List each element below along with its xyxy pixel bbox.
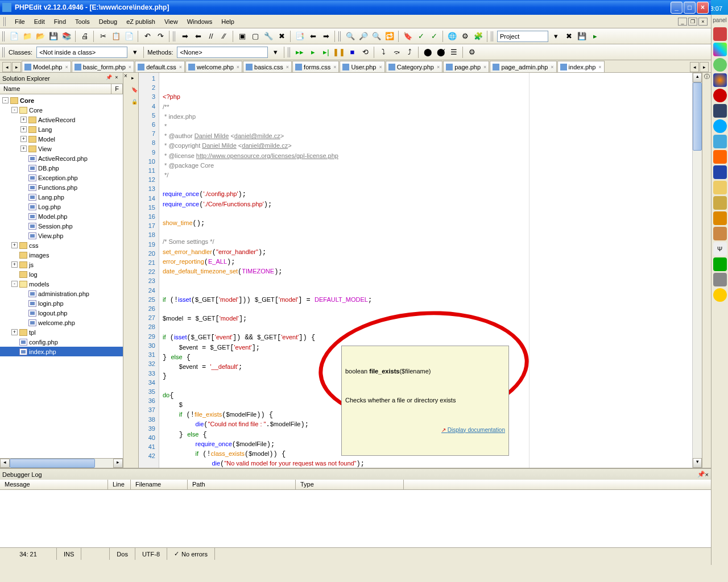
tree-node[interactable]: images: [0, 250, 123, 260]
breakpoint-button[interactable]: ⬤: [422, 47, 433, 58]
tree-node[interactable]: Exception.php: [0, 173, 123, 182]
find-button[interactable]: 🔍: [345, 31, 356, 42]
adobe-reader-icon[interactable]: [713, 27, 727, 41]
step-over-button[interactable]: ⤼: [391, 47, 402, 58]
save-all-button[interactable]: 📚: [61, 31, 72, 42]
tree-node[interactable]: index.php: [0, 347, 123, 356]
solution-tree[interactable]: -Core-Core+ActiveRecord+Lang+Model+ViewA…: [0, 94, 123, 458]
replace-button[interactable]: 🔁: [384, 31, 395, 42]
tree-node[interactable]: +tpl: [0, 327, 123, 337]
column-f[interactable]: F: [111, 84, 123, 94]
debug-col-path[interactable]: Path: [188, 480, 296, 489]
project-close-button[interactable]: ✖: [563, 31, 574, 42]
dev-icon[interactable]: [713, 273, 727, 286]
toolbar-grip[interactable]: [173, 31, 176, 41]
ie-icon[interactable]: [713, 135, 727, 148]
paste-button[interactable]: 📄: [123, 31, 135, 42]
validate2-button[interactable]: ✓: [428, 31, 440, 42]
tab-close-icon[interactable]: ×: [65, 64, 68, 70]
menu-find[interactable]: Find: [49, 16, 71, 27]
tree-node[interactable]: +Model: [0, 134, 123, 144]
debugger-body[interactable]: [0, 490, 711, 547]
tree-node[interactable]: +css: [0, 240, 123, 250]
tree-node[interactable]: Model.php: [0, 211, 123, 221]
save-button[interactable]: 💾: [48, 31, 59, 42]
outdent-button[interactable]: ⬅: [192, 31, 204, 42]
hscroll-thumb[interactable]: [10, 459, 95, 468]
copy-plus-button[interactable]: 📑: [294, 31, 305, 42]
refresh-icon[interactable]: [713, 227, 727, 240]
menu-tools[interactable]: Tools: [71, 16, 94, 27]
tree-node[interactable]: Functions.php: [0, 182, 123, 192]
breakpoint-list-button[interactable]: ☰: [448, 47, 460, 58]
tab-close-icon[interactable]: ×: [483, 64, 486, 70]
mdi-close[interactable]: ×: [698, 18, 708, 26]
tree-node[interactable]: -models: [0, 279, 123, 289]
sun-icon[interactable]: [713, 288, 727, 302]
panel-close-button[interactable]: ×: [113, 74, 121, 82]
column-name[interactable]: Name: [0, 84, 111, 94]
tree-node[interactable]: administration.php: [0, 289, 123, 298]
expand-icon[interactable]: -: [2, 97, 9, 103]
code-editor[interactable]: 1234567891011121314151617181920212223242…: [139, 73, 711, 468]
region-expand-button[interactable]: ▣: [237, 31, 248, 42]
expand-icon[interactable]: +: [11, 329, 18, 335]
tree-node[interactable]: logout.php: [0, 308, 123, 318]
project-dropdown-button[interactable]: ▾: [550, 31, 561, 42]
cut-button[interactable]: ✂: [97, 31, 109, 42]
tree-node[interactable]: Log.php: [0, 202, 123, 211]
hscroll-left[interactable]: ◂: [0, 459, 10, 468]
firefox-icon[interactable]: [713, 73, 727, 87]
paint-icon[interactable]: [713, 43, 727, 56]
indent-button[interactable]: ➡: [179, 31, 191, 42]
step-into-button[interactable]: ⤵: [378, 47, 389, 58]
expand-icon[interactable]: +: [20, 146, 27, 152]
tree-node[interactable]: +ActiveRecord: [0, 115, 123, 124]
file-tab[interactable]: welcome.php×: [185, 61, 242, 72]
check-icon[interactable]: [713, 150, 727, 164]
debug-restart-button[interactable]: ⟲: [359, 47, 371, 58]
box-icon[interactable]: [713, 211, 727, 225]
mdi-restore[interactable]: ❐: [688, 18, 697, 26]
expand-icon[interactable]: -: [11, 281, 18, 287]
tab-close-icon[interactable]: ×: [551, 64, 553, 70]
vscroll-down[interactable]: ▾: [693, 458, 702, 468]
code-area[interactable]: <?php /** * index.php * * @author Daniel…: [159, 73, 692, 468]
bookmark-button[interactable]: 🔖: [402, 31, 413, 42]
debug-pause-button[interactable]: ❚❚: [333, 47, 345, 58]
undo-button[interactable]: ↶: [142, 31, 153, 42]
debug-col-type[interactable]: Type: [296, 480, 404, 489]
comment-button[interactable]: //: [205, 31, 217, 42]
expand-icon[interactable]: +: [20, 117, 27, 123]
toolbar-grip[interactable]: [2, 31, 6, 41]
opera-icon[interactable]: [713, 89, 727, 102]
menu-debug[interactable]: Debug: [94, 16, 122, 27]
file-tab[interactable]: User.php×: [340, 61, 384, 72]
methods-combo[interactable]: [177, 47, 268, 58]
tab-close-icon[interactable]: ×: [379, 64, 382, 70]
expand-icon[interactable]: +: [11, 261, 18, 268]
tree-node[interactable]: -Core: [0, 105, 123, 115]
tab-close-icon[interactable]: ×: [286, 64, 289, 70]
find-prev-button[interactable]: 🔍: [371, 31, 382, 42]
close-button[interactable]: ×: [697, 2, 709, 14]
toolbar-grip[interactable]: [3, 17, 7, 26]
menu-help[interactable]: Help: [217, 16, 239, 27]
classes-dropdown[interactable]: ▾: [129, 47, 140, 58]
settings-button[interactable]: ⚙: [460, 31, 471, 42]
tree-node[interactable]: login.php: [0, 298, 123, 308]
debug-start-button[interactable]: ▸▸: [294, 47, 305, 58]
tree-node[interactable]: +Lang: [0, 124, 123, 134]
panel-pin-button[interactable]: 📌: [105, 74, 113, 82]
file-tab[interactable]: index.php×: [557, 61, 605, 72]
margin-bookmark-icon[interactable]: 🔖: [131, 87, 138, 93]
file-tab[interactable]: page.php×: [443, 61, 489, 72]
new-file-button[interactable]: 📄: [9, 31, 20, 42]
region-collapse-button[interactable]: ▢: [250, 31, 261, 42]
vscroll-thumb[interactable]: [693, 82, 702, 151]
validate-button[interactable]: ✓: [415, 31, 427, 42]
hint-doc-link[interactable]: Display documentation: [345, 426, 505, 435]
file-tab[interactable]: basics.css×: [243, 61, 292, 72]
tab-close-icon[interactable]: ×: [237, 64, 239, 70]
tree-node[interactable]: DB.php: [0, 163, 123, 173]
